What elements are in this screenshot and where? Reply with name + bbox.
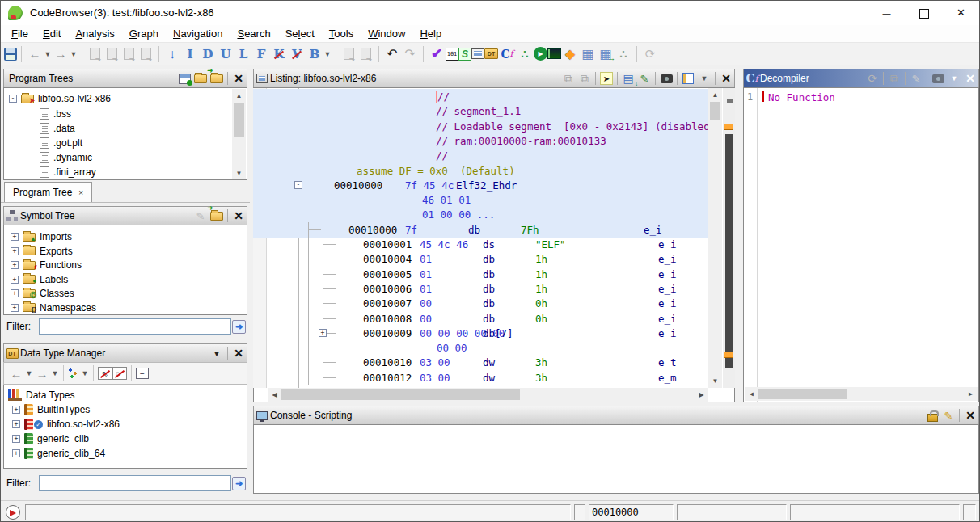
minimize-button[interactable] bbox=[868, 1, 905, 25]
listing-line[interactable]: // bbox=[253, 148, 708, 163]
lock-icon[interactable] bbox=[924, 408, 940, 423]
scroll-up-icon[interactable]: ▲ bbox=[232, 89, 246, 103]
listing-line[interactable]: // segment_1.1 bbox=[253, 103, 708, 119]
panel-options-icon[interactable] bbox=[680, 71, 696, 86]
cf-decompiler-icon[interactable]: Cf bbox=[498, 45, 516, 63]
camera-icon[interactable] bbox=[930, 71, 946, 86]
program-tree-item[interactable]: .dynamic bbox=[40, 151, 92, 164]
expand-toggle[interactable]: + bbox=[12, 435, 20, 443]
collapse-toggle[interactable]: - bbox=[9, 95, 17, 103]
scroll-left-icon[interactable]: ◀ bbox=[268, 388, 281, 402]
folder-import-icon[interactable] bbox=[209, 208, 225, 223]
menu-edit[interactable]: Edit bbox=[36, 26, 68, 41]
folder-import-icon[interactable] bbox=[209, 71, 225, 86]
program-tree-root[interactable]: - ➤ libfoo.so-lvl2-x86 bbox=[9, 92, 111, 105]
program-tree-scrollbar[interactable]: ▲ ▼ bbox=[232, 89, 246, 180]
save-icon[interactable] bbox=[4, 48, 17, 61]
table-export-icon[interactable]: ▦→ bbox=[597, 45, 615, 63]
cursor-style-icon[interactable]: ➤ bbox=[598, 71, 615, 86]
listing-line[interactable]: 0001000401db1he_i bbox=[268, 251, 708, 267]
dtm-item[interactable]: +✓libfoo.so-lvl2-x86 bbox=[12, 418, 120, 431]
program-tree-tab[interactable]: Program Tree × bbox=[4, 182, 92, 202]
listing-line[interactable]: // ram:00010000-ram:00010133 bbox=[253, 133, 708, 149]
menu-navigation[interactable]: Navigation bbox=[166, 26, 230, 41]
menu-file[interactable]: File bbox=[4, 26, 36, 41]
menu-search[interactable]: Search bbox=[230, 26, 277, 41]
expand-toggle[interactable]: + bbox=[11, 289, 19, 297]
arrow-down-icon[interactable]: ↓ bbox=[163, 45, 181, 63]
collapse-all-icon[interactable]: − bbox=[136, 368, 149, 379]
no-hand-icon[interactable]: ☞ bbox=[112, 367, 127, 380]
bookmark-marker[interactable] bbox=[724, 124, 733, 130]
scroll-down-icon[interactable]: ▼ bbox=[232, 166, 246, 180]
datatype-folder-icon[interactable]: DT bbox=[484, 48, 498, 59]
check-icon[interactable]: ✔ bbox=[428, 45, 446, 63]
page-fwd2-icon[interactable] bbox=[124, 48, 134, 60]
analysis-status-icon[interactable] bbox=[6, 505, 20, 520]
play-icon[interactable]: ▶ bbox=[534, 47, 547, 61]
menu-tools[interactable]: Tools bbox=[322, 26, 361, 41]
filter-options-icon[interactable]: ➜ bbox=[232, 320, 246, 334]
program-tree-item[interactable]: .got.plt bbox=[40, 137, 82, 149]
camera-icon[interactable] bbox=[658, 71, 674, 86]
letter-V-strike-icon[interactable]: V bbox=[288, 45, 306, 63]
listing-line[interactable]: 46 01 01 bbox=[253, 192, 708, 208]
listing-line[interactable]: 0001000601db1he_i bbox=[268, 281, 708, 297]
listing-line[interactable]: 0001001203 00dw3he_m bbox=[268, 370, 708, 385]
program-tree-item[interactable]: .data bbox=[40, 122, 75, 135]
scroll-left-icon[interactable]: ◀ bbox=[745, 387, 758, 401]
symbol-tree-item-namespaces[interactable]: +{}Namespaces bbox=[11, 301, 96, 314]
pencil-icon[interactable]: ✎ bbox=[940, 408, 957, 423]
decompiler-body[interactable]: 1 No Function ◀ ▶ bbox=[743, 87, 979, 402]
expand-toggle[interactable]: + bbox=[12, 420, 20, 428]
listing-vscrollbar[interactable]: ▲ ▼ bbox=[708, 88, 722, 388]
dtm-filter-input[interactable] bbox=[39, 475, 231, 491]
listing-line[interactable]: 0001000700db0he_i bbox=[268, 296, 708, 311]
program-tree-body[interactable]: - ➤ libfoo.so-lvl2-x86 .bss.data.got.plt… bbox=[3, 87, 247, 180]
expand-toggle[interactable]: + bbox=[11, 233, 19, 241]
chevron-down-icon[interactable]: ▼ bbox=[696, 71, 712, 86]
graph-circle-icon[interactable]: ⟳ bbox=[641, 45, 659, 63]
program-tree-item[interactable]: .bss bbox=[40, 107, 71, 120]
menu-help[interactable]: Help bbox=[412, 26, 449, 41]
table-add-icon[interactable] bbox=[176, 71, 192, 86]
console-body[interactable] bbox=[253, 424, 979, 494]
listing-content[interactable]: → //// segment_1.1// Loadable segment [0… bbox=[253, 88, 708, 388]
page-fwd-icon[interactable] bbox=[90, 48, 100, 60]
symbol-tree-item-exports[interactable]: +Exports bbox=[11, 245, 73, 258]
symbol-tree-item-imports[interactable]: +▲Imports bbox=[11, 230, 72, 243]
letter-K-strike-icon[interactable]: K bbox=[270, 45, 288, 63]
tab-close-icon[interactable]: × bbox=[78, 188, 83, 197]
tree-chart-icon[interactable]: ∴ bbox=[615, 45, 632, 63]
expand-toggle[interactable]: + bbox=[11, 247, 19, 255]
symbol-tree-body[interactable]: +▲Imports+Exports+fFunctions+●Labels+ⒸCl… bbox=[3, 225, 247, 315]
expand-toggle[interactable]: + bbox=[11, 276, 19, 284]
filter-options-icon[interactable]: ➜ bbox=[232, 477, 246, 490]
listing-line[interactable]: 00 00 bbox=[268, 340, 708, 356]
dtm-body[interactable]: Data Types +BuiltInTypes+✓libfoo.so-lvl2… bbox=[3, 385, 247, 469]
menu-graph[interactable]: Graph bbox=[122, 26, 166, 41]
dtm-item[interactable]: +generic_clib bbox=[12, 432, 89, 445]
bookmark-marker[interactable] bbox=[724, 352, 733, 358]
collapse-toggle[interactable]: - bbox=[294, 181, 302, 189]
dtm-root[interactable]: Data Types bbox=[8, 389, 74, 402]
back-icon[interactable]: ← bbox=[26, 45, 44, 63]
symbol-tree-item-classes[interactable]: +ⒸClasses bbox=[11, 287, 74, 300]
caret-icon[interactable]: ▼ bbox=[25, 364, 33, 382]
decompiler-hscrollbar[interactable]: ◀ ▶ bbox=[745, 387, 978, 401]
script-manager-icon[interactable]: S bbox=[458, 48, 471, 61]
close-button[interactable] bbox=[943, 1, 979, 25]
listing-line[interactable]: 0001000145 4c 46ds"ELF"e_i bbox=[268, 237, 708, 252]
menu-window[interactable]: Window bbox=[361, 26, 412, 41]
letter-L-icon[interactable]: L bbox=[234, 45, 252, 63]
scroll-right-icon[interactable]: ▶ bbox=[695, 388, 708, 402]
field-header-icon[interactable]: ▤ bbox=[620, 71, 636, 86]
swap-out-icon[interactable] bbox=[361, 48, 371, 60]
listing-line[interactable]: 0001000501db1he_i bbox=[268, 267, 708, 282]
letter-F-icon[interactable]: F bbox=[252, 45, 270, 63]
forward-icon[interactable]: → bbox=[52, 45, 70, 63]
expand-toggle[interactable]: + bbox=[12, 406, 20, 414]
expand-toggle[interactable]: + bbox=[319, 329, 327, 337]
expand-toggle[interactable]: + bbox=[11, 304, 19, 312]
dtm-item[interactable]: +BuiltInTypes bbox=[12, 403, 90, 416]
